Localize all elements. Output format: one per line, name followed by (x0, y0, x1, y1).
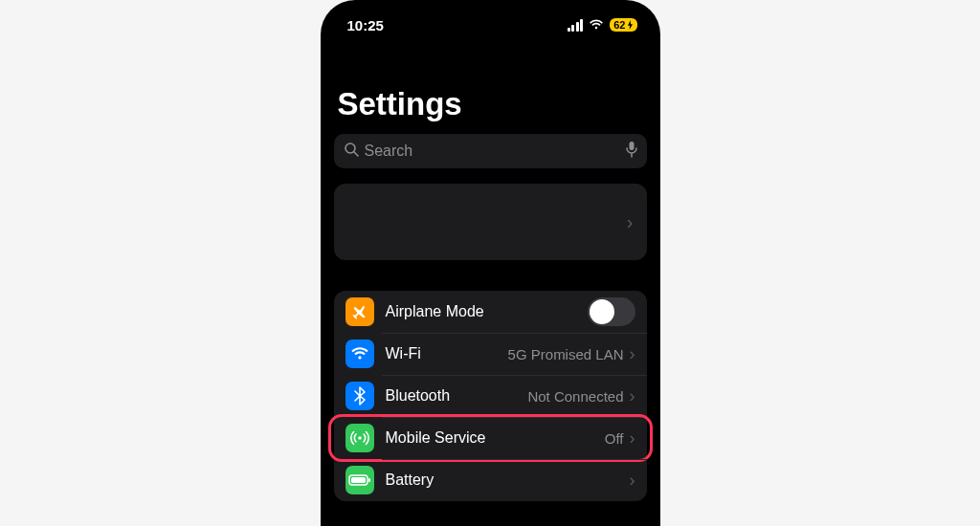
search-field[interactable]: Search (334, 134, 647, 168)
page-title: Settings (321, 44, 660, 130)
row-airplane-mode[interactable]: Airplane Mode (334, 291, 647, 333)
row-label: Airplane Mode (386, 303, 588, 320)
settings-group: Airplane Mode Wi-Fi 5G Promised LAN › Bl… (334, 291, 647, 501)
cellular-signal-icon (568, 19, 584, 32)
row-detail: 5G Promised LAN (508, 346, 624, 362)
row-label: Wi-Fi (386, 345, 508, 362)
bluetooth-icon (345, 382, 374, 410)
svg-rect-6 (368, 478, 370, 482)
row-label: Bluetooth (386, 387, 528, 405)
chevron-right-icon: › (630, 428, 635, 449)
search-icon (344, 142, 359, 161)
row-battery[interactable]: Battery › (334, 459, 647, 501)
chevron-right-icon: › (627, 211, 634, 233)
wifi-icon (345, 340, 374, 368)
chevron-right-icon: › (630, 471, 635, 491)
row-label: Mobile Service (386, 429, 605, 447)
row-wifi[interactable]: Wi-Fi 5G Promised LAN › (334, 333, 647, 375)
wifi-icon (589, 17, 604, 33)
chevron-right-icon: › (630, 344, 635, 364)
chevron-right-icon: › (630, 386, 635, 406)
antenna-icon (345, 424, 374, 452)
svg-point-3 (358, 436, 362, 440)
battery-level: 62 (613, 19, 625, 31)
profile-card[interactable]: › (334, 184, 647, 260)
search-placeholder: Search (365, 142, 620, 160)
row-bluetooth[interactable]: Bluetooth Not Connected › (334, 375, 647, 417)
svg-line-1 (354, 152, 358, 156)
row-mobile-service[interactable]: Mobile Service Off › (334, 417, 647, 459)
battery-icon (345, 466, 374, 494)
airplane-icon (345, 297, 374, 326)
phone-frame: 10:25 62 Settings Search › (321, 0, 660, 526)
row-detail: Off (605, 430, 624, 447)
status-indicators: 62 (568, 17, 637, 33)
airplane-toggle[interactable] (588, 297, 635, 326)
row-detail: Not Connected (527, 388, 623, 405)
svg-rect-5 (351, 477, 366, 483)
battery-indicator: 62 (610, 18, 636, 32)
status-time: 10:25 (347, 17, 384, 33)
microphone-icon[interactable] (626, 141, 637, 162)
svg-rect-2 (629, 142, 634, 150)
status-bar: 10:25 62 (321, 6, 660, 44)
row-label: Battery (386, 471, 630, 489)
